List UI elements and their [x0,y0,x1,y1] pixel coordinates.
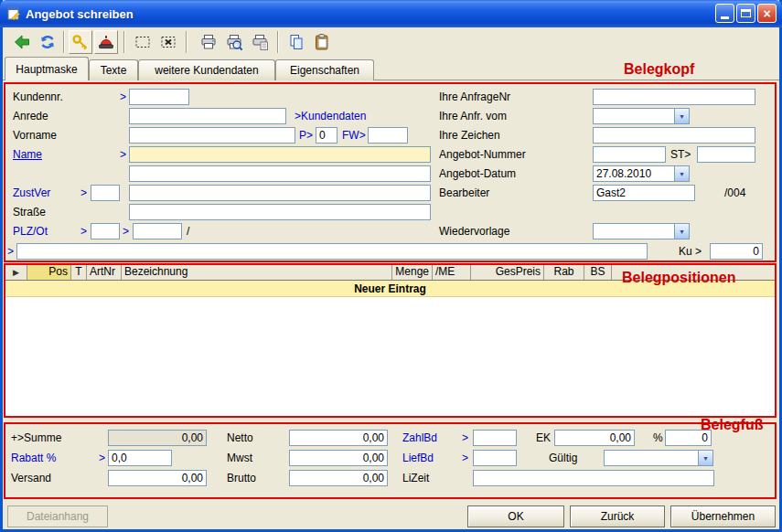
clear-selection-button[interactable] [156,30,180,54]
print-list-button[interactable] [248,30,272,54]
uebernehmen-button[interactable]: Übernehmen [670,505,776,527]
tab-texte[interactable]: Texte [89,59,138,80]
column-header-bs[interactable]: BS [584,265,612,280]
paste-button[interactable] [310,30,334,54]
tab-hauptmaske[interactable]: Hauptmaske [5,57,89,80]
rabatt-arrow[interactable]: > [99,450,105,466]
anfragenr-input[interactable] [593,89,755,105]
tab-eigenschaften[interactable]: Eigenschaften [275,59,374,80]
kundendaten-link[interactable]: >Kundendaten [295,108,366,124]
zahlbd-label[interactable]: ZahlBd [402,430,437,446]
zustver-arrow[interactable]: > [80,185,87,201]
versand-input[interactable] [108,470,207,486]
zurueck-button[interactable]: Zurück [570,505,665,527]
gueltig-label: Gültig [549,450,577,466]
minimize-button[interactable] [715,4,734,23]
alarm-button[interactable] [94,30,118,54]
print-list-icon [251,33,269,51]
refresh-button[interactable] [36,30,59,54]
zustver-label[interactable]: ZustVer [13,185,50,201]
maximize-button[interactable] [736,4,755,23]
tab-weitere-kundendaten[interactable]: weitere Kundendaten [138,59,275,80]
rabatt-label[interactable]: Rabatt % [11,450,56,466]
column-header-rab[interactable]: Rab [544,265,584,280]
paste-icon [313,33,331,51]
strasse-label: Straße [13,204,46,220]
datum-dropdown[interactable]: 27.08.2010 ▼ [593,165,690,182]
gueltig-dropdown-button[interactable]: ▼ [698,451,712,465]
positions-list[interactable]: Neuer Eintrag [5,281,775,416]
fw-input[interactable] [368,127,408,144]
column-header-gespreis[interactable]: GesPreis [471,265,544,280]
p-label[interactable]: P> [299,127,313,144]
brutto-input[interactable] [289,470,388,486]
kundennr-arrow[interactable]: > [120,89,126,105]
fw-label[interactable]: FW> [342,127,366,144]
zahlbd-arrow[interactable]: > [462,430,468,446]
liefbd-label[interactable]: LiefBd [402,450,434,466]
anrede-input[interactable] [129,108,286,124]
copy-button[interactable] [284,30,308,54]
kundennr-input[interactable] [129,89,189,105]
ok-button[interactable]: OK [467,505,564,527]
lizeit-input[interactable] [473,470,714,486]
toolbar-separator [277,31,279,53]
column-header-pos[interactable]: Pos [27,265,71,280]
st-label[interactable]: ST> [670,146,691,163]
plz-input[interactable] [133,223,182,239]
rabatt-input[interactable] [108,450,172,466]
title-bar[interactable]: Angebot schreiben × [0,0,782,27]
wiedervorlage-dropdown-button[interactable]: ▼ [674,224,689,239]
plz-arrow1[interactable]: > [80,223,87,239]
alarm-icon [97,33,115,51]
column-header-menge[interactable]: Menge [392,265,433,280]
window-title: Angebot schreiben [26,7,134,21]
vorname-label: Vorname [13,127,57,144]
back-button[interactable] [10,30,34,54]
column-header-bezeichnung[interactable]: Bezeichnung [122,265,392,280]
close-button[interactable]: × [757,4,777,23]
plzot-label[interactable]: PLZ/Ot [13,223,48,239]
dropdown-arrow-icon: ▼ [679,113,685,120]
name-input[interactable] [129,146,431,163]
angebotnr-input[interactable] [593,146,666,163]
anfr-vom-dropdown[interactable]: ▼ [593,108,690,124]
vorname-input[interactable] [129,127,295,144]
zustver-input[interactable] [129,185,431,201]
name-link[interactable]: Name [13,146,42,163]
bearbeiter-input[interactable] [593,185,695,201]
mwst-input[interactable] [289,450,388,466]
ek-input[interactable] [554,430,635,446]
datum-dropdown-button[interactable]: ▼ [674,166,689,181]
zustver-code-input[interactable] [91,185,120,201]
print-preview-button[interactable] [222,30,246,54]
plz-code-input[interactable] [91,223,120,239]
plz-arrow2[interactable]: > [123,223,129,239]
datum-label: Angebot-Datum [439,165,516,182]
ku-input[interactable] [710,243,763,260]
liefbd-arrow[interactable]: > [462,450,468,466]
netto-input[interactable] [289,430,388,446]
st-input[interactable] [697,146,755,163]
anrede-label: Anrede [13,108,48,124]
strasse-input[interactable] [129,204,431,220]
column-header-me[interactable]: /ME [433,265,471,280]
key-button[interactable] [69,30,92,54]
name2-input[interactable] [129,165,431,182]
anfr-vom-dropdown-button[interactable]: ▼ [674,109,689,123]
print-button[interactable] [197,30,220,54]
zahlbd-input[interactable] [473,430,517,446]
dropdown-arrow-icon: ▼ [679,229,685,235]
name-arrow[interactable]: > [120,146,126,163]
tab-label: Hauptmaske [16,63,77,76]
select-region-button[interactable] [131,30,155,54]
zeichen-input[interactable] [593,127,755,144]
p-input[interactable] [316,127,337,144]
column-header-t[interactable]: T [71,265,87,280]
wiedervorlage-dropdown[interactable]: ▼ [593,223,690,239]
extra-arrow[interactable]: > [7,243,14,260]
extra-input[interactable] [16,243,648,260]
column-header-artnr[interactable]: ArtNr [87,265,122,280]
liefbd-input[interactable] [473,450,517,466]
gueltig-dropdown[interactable]: ▼ [604,450,713,466]
